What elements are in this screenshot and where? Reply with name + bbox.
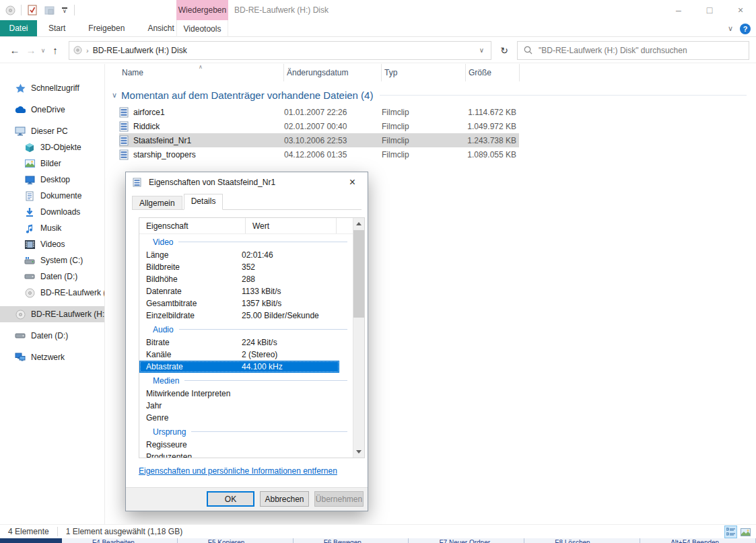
properties-icon[interactable] <box>26 4 38 16</box>
detail-value: 352 <box>242 262 339 272</box>
sidebar-item-daten-d-[interactable]: Daten (D:) <box>0 268 104 285</box>
sidebar-item-daten-d-[interactable]: Daten (D:) <box>0 328 104 344</box>
file-name: Staatsfeind_Nr1 <box>133 136 191 145</box>
column-header-name[interactable]: Name ∧ <box>119 64 284 81</box>
recent-locations-chevron-icon[interactable]: ∨ <box>39 47 47 54</box>
new-folder-icon[interactable] <box>43 4 55 16</box>
items-count: 4 Elemente <box>8 527 49 536</box>
detail-row[interactable]: Produzenten <box>139 451 339 458</box>
detail-property: Jahr <box>139 401 242 410</box>
back-icon[interactable]: ← <box>7 44 23 56</box>
detail-value: 25.00 Bilder/Sekunde <box>242 311 339 320</box>
underlying-window-fragment <box>0 538 62 543</box>
sidebar-item-dieser-pc[interactable]: Dieser PC <box>0 123 104 139</box>
dialog-close-icon[interactable]: × <box>337 172 368 192</box>
pictures-image-icon <box>24 158 35 169</box>
cancel-button[interactable]: Abbrechen <box>260 491 309 507</box>
detail-row[interactable]: Gesamtbitrate1357 kBit/s <box>139 297 339 310</box>
close-button[interactable]: × <box>725 0 756 20</box>
detail-value: 1357 kBit/s <box>242 299 339 308</box>
search-placeholder: "BD-RE-Laufwerk (H:) Disk" durchsuchen <box>539 46 687 55</box>
detail-row[interactable]: Genre <box>139 412 339 424</box>
ribbon-tab-videotools[interactable]: Videotools <box>176 20 228 37</box>
detail-row[interactable]: Bildhöhe288 <box>139 273 339 285</box>
hdd-system-icon <box>24 255 35 266</box>
sidebar-item-desktop[interactable]: Desktop <box>0 172 104 188</box>
ribbon-tab-datei[interactable]: Datei <box>0 20 37 36</box>
minimize-button[interactable]: – <box>663 0 694 20</box>
ribbon-tab-freigeben[interactable]: Freigeben <box>77 20 136 36</box>
details-scrollbar[interactable] <box>353 218 364 458</box>
details-view-icon[interactable] <box>724 526 737 538</box>
detail-property: Gesamtbitrate <box>139 299 242 308</box>
search-input[interactable]: "BD-RE-Laufwerk (H:) Disk" durchsuchen <box>517 41 749 60</box>
detail-row[interactable]: Mitwirkende Interpreten <box>139 388 339 400</box>
window-title: BD-RE-Laufwerk (H:) Disk <box>234 0 329 20</box>
file-row[interactable]: Staatsfeind_Nr1 03.10.2006 22:53 Filmcli… <box>119 133 519 147</box>
downloads-arrow-icon <box>24 207 35 217</box>
sidebar-item-system-c-[interactable]: System (C:) <box>0 252 104 268</box>
column-headers: Name ∧ Änderungsdatum Typ Größe <box>105 64 756 81</box>
detail-row[interactable]: Bildbreite352 <box>139 261 339 273</box>
detail-row[interactable]: Kanäle2 (Stereo) <box>139 349 339 361</box>
address-dropdown-chevron-icon[interactable]: ∨ <box>477 46 487 54</box>
large-icons-view-icon[interactable] <box>739 526 752 538</box>
collapse-group-chevron-icon[interactable]: ∨ <box>112 91 117 100</box>
sidebar-item-bilder[interactable]: Bilder <box>0 155 104 172</box>
detail-row[interactable]: Datenrate1133 kBit/s <box>139 285 339 297</box>
column-header-type[interactable]: Typ <box>382 64 466 81</box>
sidebar-item-downloads[interactable]: Downloads <box>0 204 104 220</box>
detail-row[interactable]: Regisseure <box>139 439 339 451</box>
toolbar-separator <box>74 5 75 15</box>
remove-properties-link[interactable]: Eigenschaften und persönliche Informatio… <box>139 466 337 476</box>
file-explorer-window: ∨ Wiedergeben BD-RE-Laufwerk (H:) Disk –… <box>0 0 756 543</box>
detail-value: 2 (Stereo) <box>242 350 339 359</box>
up-icon[interactable]: ↑ <box>47 44 63 56</box>
column-header-size[interactable]: Größe <box>466 64 520 81</box>
sidebar-item-3d-objekte[interactable]: 3D-Objekte <box>0 139 104 155</box>
help-icon[interactable]: ? <box>740 24 751 34</box>
sidebar-item-bd-re-laufwerk-h-[interactable]: BD-RE-Laufwerk (H:) <box>0 306 104 322</box>
ribbon-collapse-chevron-icon[interactable]: ∨ <box>728 24 733 33</box>
sidebar-item-musik[interactable]: Musik <box>0 220 104 236</box>
ok-button[interactable]: OK <box>207 491 254 507</box>
detail-row[interactable]: Länge02:01:46 <box>139 249 339 261</box>
detail-row[interactable]: Bitrate224 kBit/s <box>139 336 339 349</box>
group-header[interactable]: ∨ Momentan auf dem Datenträger vorhanden… <box>112 89 747 101</box>
breadcrumb[interactable]: BD-RE-Laufwerk (H:) Disk <box>93 46 477 55</box>
detail-row[interactable]: Abtastrate44.100 kHz <box>139 361 339 373</box>
file-row[interactable]: Riddick 02.01.2007 00:40 Filmclip 1.049.… <box>119 119 519 133</box>
column-header-date[interactable]: Änderungsdatum <box>284 64 382 81</box>
scroll-down-icon[interactable] <box>353 446 364 458</box>
detail-row[interactable]: Jahr <box>139 400 339 412</box>
dialog-tabs: AllgemeinDetails <box>132 194 362 210</box>
forward-icon[interactable]: → <box>23 44 39 56</box>
file-row[interactable]: airforce1 01.01.2007 22:26 Filmclip 1.11… <box>119 105 519 119</box>
details-list-header: Eigenschaft Wert <box>139 218 364 234</box>
sidebar-item-onedrive[interactable]: OneDrive <box>0 102 104 118</box>
sidebar-item-netzwerk[interactable]: Netzwerk <box>0 349 104 365</box>
sidebar-item-bd-re-laufwerk-h-[interactable]: BD-RE-Laufwerk (H: <box>0 285 104 301</box>
maximize-button[interactable]: □ <box>694 0 725 20</box>
sidebar-item-dokumente[interactable]: Dokumente <box>0 188 104 204</box>
scrollbar-thumb[interactable] <box>353 230 364 318</box>
sidebar-item-schnellzugriff[interactable]: Schnellzugriff <box>0 80 104 96</box>
scroll-up-icon[interactable] <box>353 218 364 229</box>
detail-property: Produzenten <box>139 452 242 458</box>
filmclip-file-icon <box>119 149 129 160</box>
customize-quick-access-icon[interactable]: ∨ <box>60 7 69 13</box>
file-date: 01.01.2007 22:26 <box>284 108 382 117</box>
breadcrumb-chevron-icon[interactable]: › <box>86 46 89 55</box>
dialog-tab-allgemein[interactable]: Allgemein <box>132 196 182 209</box>
value-column-header: Wert <box>246 218 337 233</box>
refresh-icon[interactable]: ↻ <box>495 41 513 60</box>
file-type: Filmclip <box>382 108 466 117</box>
detail-row[interactable]: Einzelbildrate25.00 Bilder/Sekunde <box>139 310 339 322</box>
ribbon-tab-start[interactable]: Start <box>37 20 77 36</box>
drive-disc-icon[interactable] <box>4 4 16 16</box>
dialog-tab-details[interactable]: Details <box>184 194 224 210</box>
detail-property: Regisseure <box>139 440 242 449</box>
file-row[interactable]: starship_troopers 04.12.2006 01:35 Filmc… <box>119 147 519 161</box>
address-bar[interactable]: › BD-RE-Laufwerk (H:) Disk ∨ <box>69 41 491 60</box>
sidebar-item-videos[interactable]: Videos <box>0 236 104 252</box>
